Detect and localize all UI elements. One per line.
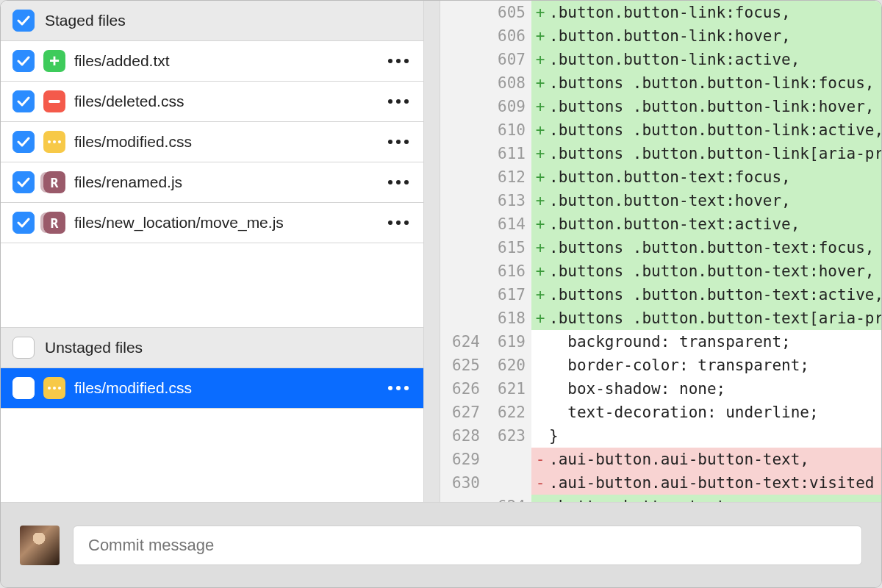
new-line-number: 605 — [486, 1, 531, 24]
diff-code: .button.button-link:focus, — [549, 1, 881, 24]
renamed-icon: R — [43, 171, 65, 193]
diff-line[interactable]: 629-.aui-button.aui-button-text, — [440, 448, 881, 471]
file-checkbox[interactable] — [12, 131, 35, 153]
diff-code: } — [549, 424, 881, 448]
old-line-number — [440, 236, 486, 259]
diff-line[interactable]: 618+.buttons .button.button-text[aria-pr… — [440, 306, 881, 330]
file-name: files/modified.css — [74, 379, 385, 397]
unstaged-header-label: Unstaged files — [45, 339, 143, 356]
check-icon — [17, 56, 30, 66]
diff-line[interactable]: 605+.button.button-link:focus, — [440, 1, 881, 24]
file-row[interactable]: files/modified.css — [1, 368, 423, 409]
diff-marker: + — [531, 165, 549, 189]
diff-line[interactable]: 610+.buttons .button.button-link:active, — [440, 118, 881, 142]
diff-line[interactable]: 624+.button.button-text, — [440, 495, 881, 502]
diff-line[interactable]: 628623 } — [440, 424, 881, 448]
diff-line[interactable]: 614+.button.button-text:active, — [440, 212, 881, 236]
staged-header-checkbox[interactable] — [12, 10, 35, 32]
diff-marker: + — [531, 259, 549, 283]
diff-line[interactable]: 607+.button.button-link:active, — [440, 48, 881, 71]
more-icon[interactable] — [385, 218, 412, 228]
modified-icon — [43, 131, 65, 153]
diff-marker — [531, 424, 549, 448]
unstaged-header[interactable]: Unstaged files — [1, 328, 423, 368]
diff-code: .aui-button.aui-button-text:visited — [549, 471, 881, 495]
diff-line[interactable]: 630-.aui-button.aui-button-text:visited — [440, 471, 881, 495]
old-line-number — [440, 283, 486, 306]
diff-code: text-decoration: underline; — [549, 401, 881, 424]
diff-line[interactable]: 626621 box-shadow: none; — [440, 377, 881, 401]
diff-code: .aui-button.aui-button-text, — [549, 448, 881, 471]
diff-marker: + — [531, 236, 549, 259]
unstaged-header-checkbox[interactable] — [12, 337, 35, 359]
old-line-number: 628 — [440, 424, 486, 448]
unstaged-file-list: files/modified.css — [1, 368, 423, 409]
old-line-number — [440, 142, 486, 165]
file-checkbox[interactable] — [12, 90, 35, 112]
diff-line[interactable]: 615+.buttons .button.button-text:focus, — [440, 236, 881, 259]
staged-header[interactable]: Staged files — [1, 1, 423, 41]
diff-code: .buttons .button.button-link:active, — [549, 118, 881, 142]
old-line-number: 624 — [440, 330, 486, 354]
diff-line[interactable]: 617+.buttons .button.button-text:active, — [440, 283, 881, 306]
diff-line[interactable]: 609+.buttons .button.button-link:hover, — [440, 95, 881, 118]
diff-marker — [531, 401, 549, 424]
diff-marker — [531, 354, 549, 377]
new-line-number: 607 — [486, 48, 531, 71]
diff-line[interactable]: 613+.button.button-text:hover, — [440, 189, 881, 212]
file-row[interactable]: +files/added.txt — [1, 41, 423, 82]
diff-marker: + — [531, 495, 549, 502]
check-icon — [17, 137, 30, 147]
commit-message-input[interactable] — [87, 535, 848, 556]
new-line-number: 606 — [486, 24, 531, 48]
file-checkbox[interactable] — [12, 171, 35, 193]
staged-header-label: Staged files — [45, 12, 126, 29]
avatar[interactable] — [20, 526, 60, 565]
diff-marker: + — [531, 1, 549, 24]
file-row[interactable]: files/modified.css — [1, 122, 423, 162]
more-icon[interactable] — [385, 56, 412, 66]
diff-line[interactable]: 627622 text-decoration: underline; — [440, 401, 881, 424]
diff-marker: + — [531, 48, 549, 71]
diff-code: .button.button-text:hover, — [549, 189, 881, 212]
diff-line[interactable]: 625620 border-color: transparent; — [440, 354, 881, 377]
file-checkbox[interactable] — [12, 377, 35, 399]
new-line-number: 612 — [486, 165, 531, 189]
new-line-number: 611 — [486, 142, 531, 165]
old-line-number — [440, 24, 486, 48]
diff-line[interactable]: 606+.button.button-link:hover, — [440, 24, 881, 48]
diff-line[interactable]: 624619 background: transparent; — [440, 330, 881, 354]
old-line-number: 626 — [440, 377, 486, 401]
new-line-number: 621 — [486, 377, 531, 401]
new-line-number: 623 — [486, 424, 531, 448]
commit-input-wrap[interactable] — [73, 526, 862, 565]
more-icon[interactable] — [385, 383, 412, 393]
new-line-number: 610 — [486, 118, 531, 142]
diff-line[interactable]: 616+.buttons .button.button-text:hover, — [440, 259, 881, 283]
file-row[interactable]: files/deleted.css — [1, 82, 423, 122]
more-icon[interactable] — [385, 177, 412, 187]
diff-marker: + — [531, 95, 549, 118]
check-icon — [17, 15, 30, 26]
diff-marker: + — [531, 189, 549, 212]
file-name: files/deleted.css — [74, 93, 385, 110]
diff-line[interactable]: 612+.button.button-text:focus, — [440, 165, 881, 189]
more-icon[interactable] — [385, 137, 412, 147]
diff-code: .buttons .button.button-link[aria-pre — [549, 142, 881, 165]
diff-code: .buttons .button.button-link:focus, — [549, 71, 881, 95]
diff-view[interactable]: 605+.button.button-link:focus,606+.butto… — [440, 1, 881, 502]
file-checkbox[interactable] — [12, 50, 35, 72]
diff-line[interactable]: 608+.buttons .button.button-link:focus, — [440, 71, 881, 95]
file-row[interactable]: Rfiles/new_location/move_me.js — [1, 203, 423, 243]
app-window: Staged files +files/added.txtfiles/delet… — [0, 0, 882, 588]
file-row[interactable]: Rfiles/renamed.js — [1, 162, 423, 203]
more-icon[interactable] — [385, 96, 412, 107]
old-line-number — [440, 1, 486, 24]
old-line-number — [440, 165, 486, 189]
diff-marker — [531, 377, 549, 401]
new-line-number: 615 — [486, 236, 531, 259]
file-name: files/renamed.js — [74, 173, 385, 191]
file-checkbox[interactable] — [12, 212, 35, 234]
diff-line[interactable]: 611+.buttons .button.button-link[aria-pr… — [440, 142, 881, 165]
file-name: files/modified.css — [74, 133, 385, 151]
